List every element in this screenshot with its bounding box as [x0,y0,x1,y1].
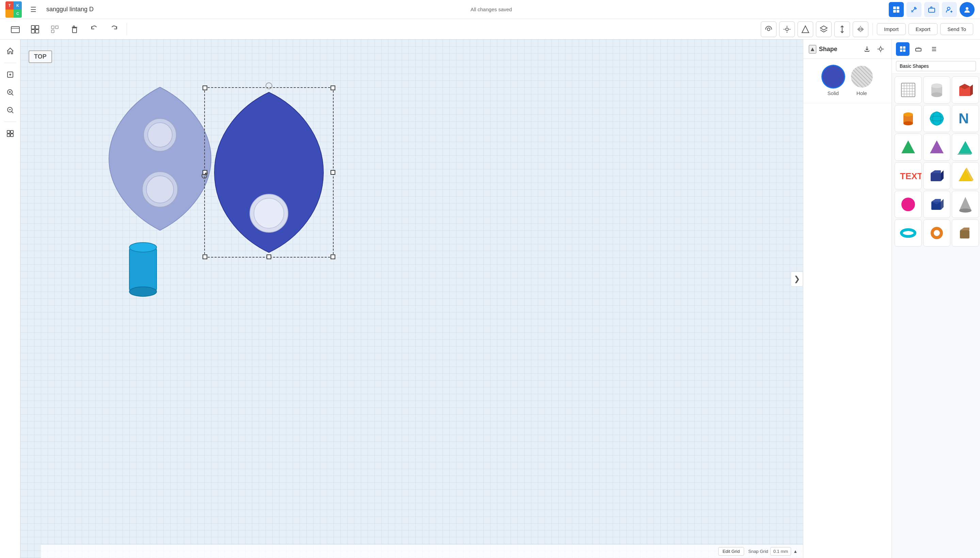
svg-rect-62 [903,49,905,52]
svg-marker-26 [820,26,827,30]
shape-prism-teal[interactable] [952,133,979,161]
shapes-category-dropdown[interactable]: Basic Shapes Featured All [896,61,976,71]
home-btn[interactable] [3,44,18,59]
camera-view-btn[interactable] [761,21,776,37]
svg-rect-97 [931,173,941,181]
layers-panel-btn[interactable] [3,126,18,141]
svg-marker-94 [959,141,972,153]
avatar-btn[interactable] [960,2,975,17]
undo-btn[interactable] [86,21,103,38]
canvas-area[interactable]: TOP [20,39,803,558]
shape-pyramid-green[interactable] [895,133,922,161]
group-btn[interactable] [26,21,44,38]
left-shape[interactable] [99,80,221,237]
svg-point-110 [934,230,940,236]
grid-view-btn[interactable] [889,2,904,17]
shape-cylinder-orange[interactable] [895,105,922,132]
shapes-grid: N TEXT [892,74,980,249]
shapes-panel-header [892,39,980,59]
props-collapse-btn[interactable]: ▲ [809,45,816,54]
right-shape-svg [204,87,334,258]
svg-point-80 [931,84,942,88]
snap-dropdown-arrow[interactable]: ▲ [793,549,798,554]
shapes-dropdown-row: Basic Shapes Featured All [892,59,980,74]
ungroup-btn[interactable] [46,21,63,38]
hole-option[interactable]: Hole [851,66,873,96]
shape-cube-red[interactable] [952,76,979,103]
shape-text-red[interactable]: TEXT [895,162,922,189]
shapes-ruler-btn[interactable] [911,42,925,56]
svg-text:TEXT: TEXT [900,171,922,181]
shape-sphere-pink[interactable] [895,191,922,218]
shape-cone-gray[interactable] [952,191,979,218]
shape-sphere-cyan[interactable] [923,105,951,132]
delete-btn[interactable] [66,21,83,38]
shape-torus-cyan[interactable] [895,219,922,247]
svg-rect-41 [7,130,10,133]
zoom-in-btn[interactable] [3,85,18,100]
solid-option[interactable]: Solid [822,66,844,96]
shape-donut-orange[interactable] [923,219,951,247]
svg-point-107 [959,208,972,213]
svg-text:N: N [959,110,969,126]
main-layout: TOP [0,39,980,558]
svg-rect-9 [11,26,20,33]
svg-marker-95 [957,153,972,155]
import-btn[interactable]: Import [877,23,906,35]
shape-box-navy[interactable] [923,162,951,189]
hole-circle [851,66,873,87]
zoom-out-btn[interactable] [3,103,18,118]
export-btn[interactable]: Export [908,23,937,35]
shape-pyramid-purple[interactable] [923,133,951,161]
mirror-btn[interactable] [853,21,868,37]
edit-grid-btn[interactable]: Edit Grid [718,547,744,556]
svg-point-5 [947,7,950,10]
svg-point-46 [148,123,172,147]
doc-title: sanggul lintang D [46,6,93,13]
shape-cylinder-gray[interactable] [923,76,951,103]
shapes-grid-btn[interactable] [896,42,910,56]
props-save-btn[interactable] [862,44,872,54]
svg-rect-14 [35,30,39,33]
send-to-btn[interactable]: Send To [940,23,973,35]
shape-cube-blue[interactable] [923,191,951,218]
props-light-btn[interactable] [875,44,886,54]
light-btn[interactable] [779,21,795,37]
right-shape-container[interactable] [204,87,334,258]
rotate-handle[interactable]: ↺ [198,169,211,182]
shape-type-options: Solid Hole [803,59,892,103]
shape-n-blue[interactable]: N [952,105,979,132]
svg-rect-15 [51,26,54,29]
shapes-list-btn[interactable] [927,42,941,56]
add-user-btn[interactable] [942,2,957,17]
shape-striped-cube[interactable] [895,76,922,103]
align-btn[interactable] [834,21,850,37]
svg-marker-84 [970,84,973,96]
svg-marker-92 [901,140,915,153]
shape-pyramid-yellow[interactable] [952,162,979,189]
svg-marker-112 [960,228,969,230]
snap-grid-value[interactable]: 0.1 mm [770,547,791,556]
svg-rect-70 [901,83,915,97]
tools-btn[interactable] [906,2,921,17]
logo-ker: K [14,2,22,10]
svg-marker-30 [861,27,864,32]
logo-box [5,10,14,18]
fit-view-btn[interactable] [3,67,18,82]
shape-props-panel: ▲ Shape Solid Hole [803,39,892,558]
logo-tin: T [5,2,14,10]
redo-btn[interactable] [106,21,123,38]
svg-point-81 [931,92,942,97]
bottombar: Edit Grid Snap Grid 0.1 mm ▲ [41,544,803,558]
briefcase-btn[interactable] [924,2,939,17]
snap-grid-row: Snap Grid 0.1 mm ▲ [748,547,798,556]
hamburger-menu[interactable]: ☰ [26,2,41,17]
svg-rect-17 [51,30,54,33]
panel-chevron[interactable]: ❯ [791,271,803,287]
layers-btn[interactable] [816,21,831,37]
new-workplane-btn[interactable] [7,21,24,38]
view-label: TOP [29,51,52,63]
shape-select-btn[interactable] [798,21,813,37]
shape-brown[interactable] [952,219,979,247]
cylinder-shape[interactable] [128,241,158,295]
